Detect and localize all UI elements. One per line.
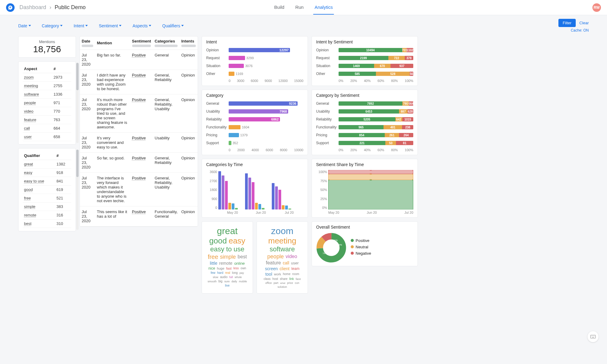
wordcloud-word[interactable]: simple xyxy=(220,254,236,260)
wordcloud-word[interactable]: call xyxy=(283,261,289,265)
tab-run[interactable]: Run xyxy=(294,0,305,15)
wordcloud-word[interactable]: slow xyxy=(213,276,218,279)
wordcloud-word[interactable]: daily xyxy=(231,280,237,283)
table-row[interactable]: simple383 xyxy=(23,202,71,211)
breadcrumb-root[interactable]: Dashboard xyxy=(19,4,46,10)
wordcloud-word[interactable]: audio xyxy=(220,276,227,279)
wordcloud-word[interactable]: easy to use xyxy=(210,246,244,253)
wordcloud-word[interactable]: great xyxy=(217,226,237,236)
filter-category[interactable]: Category xyxy=(42,23,63,28)
table-row[interactable]: good619 xyxy=(23,185,71,194)
table-row[interactable]: meeting2755 xyxy=(23,82,71,90)
filter-button[interactable]: Filter xyxy=(558,19,576,27)
wordcloud-word[interactable]: share xyxy=(280,277,288,281)
wordcloud-word[interactable]: face xyxy=(296,278,301,281)
wordcloud-word[interactable]: huge xyxy=(217,267,224,270)
wordcloud-word[interactable]: long xyxy=(232,271,238,274)
table-row[interactable]: feature763 xyxy=(23,116,71,124)
scrollbar[interactable] xyxy=(76,63,79,143)
wordcloud-word[interactable]: what xyxy=(280,282,285,284)
wordcloud-word[interactable]: real xyxy=(225,271,230,274)
app-logo[interactable] xyxy=(6,3,15,12)
wordcloud-word[interactable]: live xyxy=(225,284,230,287)
wordcloud-word[interactable]: part xyxy=(274,282,278,284)
wordcloud-word[interactable]: room xyxy=(292,273,299,276)
wordcloud-word[interactable]: good xyxy=(209,237,227,245)
wordcloud-word[interactable]: link xyxy=(289,277,294,281)
wordcloud-word[interactable]: pay xyxy=(240,272,244,274)
scrollbar[interactable] xyxy=(76,150,79,230)
wordcloud-word[interactable]: video xyxy=(285,254,297,259)
tab-analytics[interactable]: Analytics xyxy=(313,0,334,15)
wordcloud-word[interactable]: home xyxy=(283,273,291,276)
wordcloud-word[interactable]: screen xyxy=(265,267,278,271)
table-row[interactable]: Jul 23, 2020It's very convenient and eas… xyxy=(80,133,198,153)
col-categories[interactable]: Categories xyxy=(153,36,179,50)
table-row[interactable]: video770 xyxy=(23,107,71,116)
wordcloud-word[interactable]: software xyxy=(270,246,295,253)
filter-sentiment[interactable]: Sentiment xyxy=(99,23,121,28)
table-row[interactable]: user658 xyxy=(23,133,71,141)
avatar[interactable]: RW xyxy=(592,3,601,12)
wordcloud-word[interactable]: client xyxy=(280,267,290,271)
filter-aspects[interactable]: Aspects xyxy=(132,23,151,28)
table-row[interactable]: Jul 23, 2020This seems like it has a lot… xyxy=(80,206,198,226)
wordcloud-word[interactable]: big xyxy=(218,280,222,283)
wordcloud-word[interactable]: online xyxy=(234,261,245,265)
table-row[interactable]: best310 xyxy=(23,219,71,228)
wordcloud-word[interactable]: best xyxy=(238,254,247,259)
wordcloud-word[interactable]: user xyxy=(291,261,298,265)
clear-button[interactable]: Clear xyxy=(579,21,589,25)
wordcloud-word[interactable]: tool xyxy=(265,272,272,276)
wordcloud-word[interactable]: few xyxy=(211,271,216,274)
table-row[interactable]: remote316 xyxy=(23,211,71,219)
wordcloud-word[interactable]: little xyxy=(210,261,217,265)
col-intents[interactable]: Intents xyxy=(179,36,198,50)
table-row[interactable]: easy to use841 xyxy=(23,177,71,185)
wordcloud-word[interactable]: own xyxy=(240,267,246,270)
table-row[interactable]: great1382 xyxy=(23,160,71,168)
wordcloud-word[interactable]: whole xyxy=(235,276,242,279)
wordcloud-word[interactable]: less xyxy=(234,267,239,270)
wordcloud-word[interactable]: mobile xyxy=(239,280,247,283)
table-row[interactable]: Jul 23, 2020The interface is very forwar… xyxy=(80,173,198,206)
wordcloud-word[interactable]: meeting xyxy=(268,237,296,245)
wordcloud-word[interactable]: office xyxy=(265,282,272,284)
wordcloud-word[interactable]: free xyxy=(208,254,218,260)
wordcloud-word[interactable]: remote xyxy=(219,261,233,265)
table-row[interactable]: zoom2973 xyxy=(23,73,71,82)
filter-intent[interactable]: Intent xyxy=(73,23,88,28)
wordcloud-word[interactable]: zoom xyxy=(271,226,293,236)
wordcloud-word[interactable]: fast xyxy=(226,267,232,270)
col-mention[interactable]: Mention xyxy=(95,36,130,50)
wordcloud-word[interactable]: full xyxy=(229,276,233,279)
wordcloud-word[interactable]: con xyxy=(295,282,299,284)
table-row[interactable]: Jul 23, 2020I didn't have any bad experi… xyxy=(80,70,198,94)
table-row[interactable]: call664 xyxy=(23,124,71,133)
filter-date[interactable]: Date xyxy=(18,23,31,28)
wordcloud-word[interactable]: people xyxy=(267,254,284,259)
wordcloud-word[interactable]: smooth xyxy=(208,280,217,283)
wordcloud-word[interactable]: team xyxy=(292,267,300,270)
wordcloud-word[interactable]: solution xyxy=(278,286,287,288)
table-row[interactable]: software1336 xyxy=(23,90,71,99)
col-sentiment[interactable]: Sentiment xyxy=(130,36,153,50)
table-row[interactable]: easy918 xyxy=(23,168,71,177)
filter-qualifiers[interactable]: Qualifiers xyxy=(162,23,184,28)
table-row[interactable]: Jul 23, 2020Big fan so far.PositiveGener… xyxy=(80,50,198,70)
wordcloud-word[interactable]: sure xyxy=(224,280,230,283)
wordcloud-word[interactable]: work xyxy=(274,273,281,276)
wordcloud-word[interactable]: nice xyxy=(208,267,215,270)
table-row[interactable]: Jul 23, 2020So far, so good.PositiveGene… xyxy=(80,153,198,173)
table-row[interactable]: free521 xyxy=(23,194,71,202)
wordcloud-word[interactable]: easy xyxy=(229,237,245,245)
tab-build[interactable]: Build xyxy=(273,0,285,15)
wordcloud-word[interactable]: feature xyxy=(266,260,281,265)
table-row[interactable]: Jul 23, 2020It's much more robust than o… xyxy=(80,94,198,133)
wordcloud-word[interactable]: hard xyxy=(217,271,223,274)
wordcloud-word[interactable]: price xyxy=(287,282,293,284)
wordcloud-word[interactable]: class xyxy=(264,277,271,281)
table-row[interactable]: people971 xyxy=(23,99,71,107)
wordcloud-word[interactable]: host xyxy=(272,277,278,281)
col-date[interactable]: Date xyxy=(80,36,95,50)
